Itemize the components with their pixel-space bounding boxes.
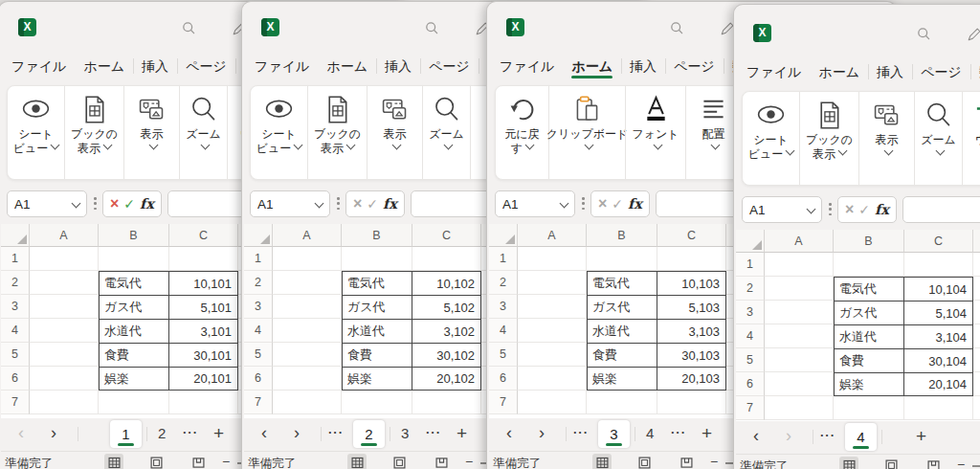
cell[interactable] [973,348,980,372]
view-break-button[interactable] [432,454,451,469]
insert-function-icon[interactable]: fx [875,203,889,217]
column-header-b[interactable]: B [99,224,169,247]
cell[interactable] [412,391,481,414]
formula-bar-handle[interactable] [94,197,97,212]
view-normal-button[interactable] [592,454,612,469]
sheet-prev-button[interactable]: ‹ [261,424,267,441]
row-header[interactable]: 7 [1,391,30,414]
ribbon-tab[interactable]: ホーム [75,55,133,78]
row-header[interactable]: 4 [489,319,518,343]
cell[interactable]: 娯楽 [587,367,657,391]
row-header[interactable]: 7 [736,396,765,420]
cell[interactable]: 水道代 [587,319,657,343]
ribbon-group[interactable]: シートビュー [743,92,799,185]
row-header[interactable]: 3 [1,295,30,319]
ribbon-tab[interactable]: ホーム [810,60,868,84]
cell[interactable] [30,391,99,414]
enter-icon[interactable]: ✓ [612,197,623,211]
cell[interactable] [169,247,238,271]
row-header[interactable]: 4 [1,319,30,343]
cell[interactable] [834,396,904,420]
column-header-a[interactable]: A [765,230,834,253]
cell[interactable] [30,343,99,367]
view-normal-button[interactable] [347,454,367,469]
ribbon-group[interactable]: 表示 [123,86,179,179]
ribbon-tab[interactable]: 挿入 [376,55,420,78]
row-header[interactable]: 7 [489,391,518,414]
row-header[interactable]: 6 [489,367,518,391]
cell[interactable] [518,295,587,319]
zoom-slider[interactable] [972,465,980,467]
row-header[interactable]: 6 [736,372,765,396]
ribbon-tab[interactable]: ページ [420,55,479,78]
cell[interactable] [587,247,657,271]
ribbon-group[interactable]: 表示 [367,86,422,179]
cell[interactable] [30,367,99,391]
row-header[interactable]: 1 [1,247,30,271]
cell[interactable]: 水道代 [99,319,169,343]
cell[interactable] [518,247,587,271]
ribbon-tab[interactable]: ファイル [738,60,810,84]
view-break-button[interactable] [924,457,943,469]
cancel-icon[interactable]: × [845,202,854,217]
cell[interactable]: 食費 [587,343,657,367]
name-box[interactable]: A1 [7,190,87,217]
cell[interactable]: 10,104 [904,277,973,301]
cell[interactable]: 娯楽 [99,367,169,391]
column-header-c[interactable]: C [657,224,726,247]
cell[interactable] [973,253,980,277]
row-header[interactable]: 5 [1,343,30,367]
zoom-out-button[interactable]: − [465,454,473,469]
sheet-ellipsis-button[interactable]: ··· [328,426,344,439]
cell[interactable]: 食費 [99,343,169,367]
ribbon-group[interactable]: ズーム [422,86,470,179]
view-layout-button[interactable] [390,454,409,469]
cell[interactable] [273,295,342,319]
ribbon-group[interactable]: ズーム [914,92,962,185]
sheet-tab-active[interactable]: 4 [845,423,877,451]
cell[interactable]: 電気代 [834,277,904,301]
draw-pen-icon[interactable] [720,22,734,36]
name-box[interactable]: A1 [742,196,822,223]
ribbon-tab[interactable]: ページ [665,55,724,78]
sheet-ellipsis-button[interactable]: ··· [820,429,835,442]
cell[interactable] [30,295,99,319]
row-header[interactable]: 5 [244,343,273,367]
row-header[interactable]: 4 [736,324,765,348]
view-normal-button[interactable] [839,457,858,469]
ribbon-group[interactable]: ブックの表示 [799,92,858,185]
ribbon-tab[interactable]: 挿入 [133,55,177,78]
sheet-ellipsis-button[interactable]: ··· [671,426,686,439]
ribbon-group[interactable]: 元に戻す [496,86,548,179]
formula-bar-handle[interactable] [337,197,340,212]
column-header-b[interactable]: B [834,230,904,253]
zoom-out-button[interactable]: − [710,454,718,469]
cell[interactable]: 30,102 [412,343,481,367]
cell[interactable]: 20,103 [657,367,726,391]
cell[interactable]: 30,103 [657,343,726,367]
row-header[interactable]: 5 [489,343,518,367]
cell[interactable] [99,391,169,414]
cell[interactable]: 5,103 [657,295,726,319]
sheet-prev-button[interactable]: ‹ [18,424,24,441]
cell[interactable] [342,247,412,271]
cell[interactable] [973,301,980,324]
ribbon-group[interactable]: フォント [625,86,685,179]
row-header[interactable]: 4 [244,319,273,343]
cell[interactable] [518,343,587,367]
row-header[interactable]: 3 [736,301,765,324]
row-header[interactable]: 3 [489,295,518,319]
cell[interactable] [518,367,587,391]
ribbon-tab[interactable]: ホーム [318,55,376,78]
view-layout-button[interactable] [881,457,901,469]
name-box[interactable]: A1 [250,190,330,217]
cell[interactable] [765,372,834,396]
cell[interactable]: 30,101 [169,343,238,367]
ribbon-group[interactable]: ズーム [179,86,227,179]
cell[interactable] [973,372,980,396]
ribbon-group[interactable]: 表示 [858,92,914,185]
cell[interactable] [30,247,99,271]
cell[interactable]: 10,102 [412,271,481,295]
add-sheet-button[interactable]: + [916,425,926,448]
select-all-button[interactable] [1,224,30,247]
